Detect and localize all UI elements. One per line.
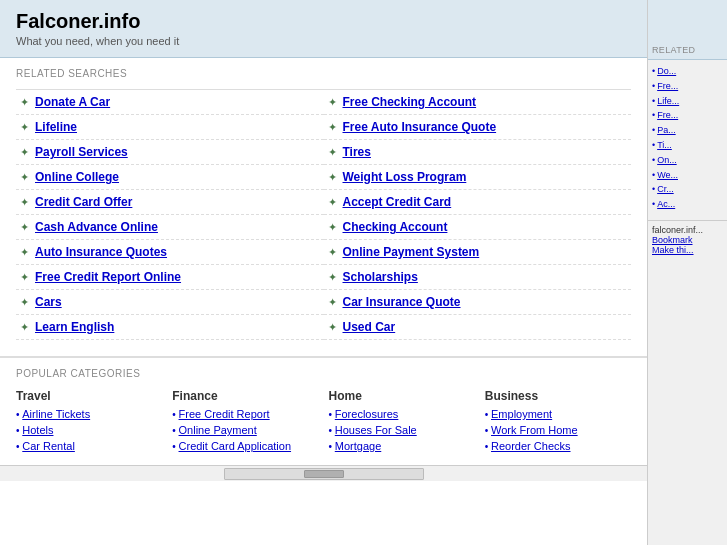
sidebar-link-3[interactable]: Fre...	[657, 110, 678, 121]
bullet-icon: •	[652, 66, 655, 76]
list-item: • Life...	[652, 96, 723, 107]
arrow-icon: ✦	[328, 196, 337, 209]
list-item: ✦ Lifeline	[16, 115, 324, 140]
sidebar-link-4[interactable]: Pa...	[657, 125, 676, 136]
list-item: ✦ Tires	[324, 140, 632, 165]
link-free-credit-report[interactable]: Free Credit Report Online	[35, 270, 181, 284]
list-item: ✦ Credit Card Offer	[16, 190, 324, 215]
arrow-icon: ✦	[328, 221, 337, 234]
sidebar-link-8[interactable]: Cr...	[657, 184, 674, 195]
list-item: Reorder Checks	[485, 439, 631, 453]
link-used-car[interactable]: Used Car	[343, 320, 396, 334]
bullet-icon: •	[652, 184, 655, 194]
bookmark-action[interactable]: Bookmark	[652, 235, 723, 245]
link-cars[interactable]: Cars	[35, 295, 62, 309]
arrow-icon: ✦	[328, 146, 337, 159]
link-lifeline[interactable]: Lifeline	[35, 120, 77, 134]
horizontal-scrollbar[interactable]	[0, 465, 647, 481]
list-item: Mortgage	[329, 439, 475, 453]
arrow-icon: ✦	[328, 171, 337, 184]
sidebar-link-0[interactable]: Do...	[657, 66, 676, 77]
link-scholarships[interactable]: Scholarships	[343, 270, 418, 284]
arrow-icon: ✦	[328, 246, 337, 259]
sidebar-link-5[interactable]: Ti...	[657, 140, 672, 151]
list-item: • Cr...	[652, 184, 723, 195]
bookmark-make[interactable]: Make thi...	[652, 245, 723, 255]
arrow-icon: ✦	[20, 96, 29, 109]
list-item: ✦ Free Credit Report Online	[16, 265, 324, 290]
link-credit-card-offer[interactable]: Credit Card Offer	[35, 195, 132, 209]
category-finance-title: Finance	[172, 389, 318, 403]
link-credit-card-app[interactable]: Credit Card Application	[179, 440, 292, 452]
list-item: Houses For Sale	[329, 423, 475, 437]
sidebar-link-6[interactable]: On...	[657, 155, 677, 166]
related-searches-label: RELATED SEARCHES	[16, 68, 631, 79]
link-work-from-home[interactable]: Work From Home	[491, 424, 578, 436]
link-cash-advance[interactable]: Cash Advance Online	[35, 220, 158, 234]
bullet-icon: •	[652, 96, 655, 106]
sidebar-link-9[interactable]: Ac...	[657, 199, 675, 210]
bookmark-site: falconer.inf...	[652, 225, 723, 235]
arrow-icon: ✦	[20, 321, 29, 334]
list-item: • Do...	[652, 66, 723, 77]
sidebar-header: RELATED	[648, 0, 727, 60]
link-hotels[interactable]: Hotels	[22, 424, 53, 436]
list-item: ✦ Free Auto Insurance Quote	[324, 115, 632, 140]
sidebar-link-7[interactable]: We...	[657, 170, 678, 181]
link-car-insurance-quote[interactable]: Car Insurance Quote	[343, 295, 461, 309]
links-grid: ✦ Donate A Car ✦ Free Checking Account ✦…	[16, 89, 631, 340]
link-airline-tickets[interactable]: Airline Tickets	[22, 408, 90, 420]
category-home: Home Foreclosures Houses For Sale Mortga…	[329, 389, 475, 455]
categories-grid: Travel Airline Tickets Hotels Car Rental…	[16, 389, 631, 455]
bullet-icon: •	[652, 199, 655, 209]
list-item: Car Rental	[16, 439, 162, 453]
list-item: • Fre...	[652, 81, 723, 92]
popular-categories-section: POPULAR CATEGORIES Travel Airline Ticket…	[0, 356, 647, 465]
link-free-auto[interactable]: Free Auto Insurance Quote	[343, 120, 497, 134]
link-reorder-checks[interactable]: Reorder Checks	[491, 440, 570, 452]
site-title: Falconer.info	[16, 10, 631, 33]
main-content[interactable]: Falconer.info What you need, when you ne…	[0, 0, 647, 545]
list-item: ✦ Payroll Services	[16, 140, 324, 165]
list-item: Free Credit Report	[172, 407, 318, 421]
link-tires[interactable]: Tires	[343, 145, 371, 159]
list-item: • Fre...	[652, 110, 723, 121]
link-auto-insurance[interactable]: Auto Insurance Quotes	[35, 245, 167, 259]
bullet-icon: •	[652, 155, 655, 165]
link-free-checking[interactable]: Free Checking Account	[343, 95, 477, 109]
link-accept-credit[interactable]: Accept Credit Card	[343, 195, 452, 209]
link-car-rental[interactable]: Car Rental	[22, 440, 75, 452]
link-mortgage[interactable]: Mortgage	[335, 440, 381, 452]
site-subtitle: What you need, when you need it	[16, 35, 631, 47]
link-learn-english[interactable]: Learn English	[35, 320, 114, 334]
arrow-icon: ✦	[20, 271, 29, 284]
list-item: ✦ Learn English	[16, 315, 324, 340]
category-finance-list: Free Credit Report Online Payment Credit…	[172, 407, 318, 453]
list-item: Airline Tickets	[16, 407, 162, 421]
arrow-icon: ✦	[328, 321, 337, 334]
link-free-credit-report-cat[interactable]: Free Credit Report	[179, 408, 270, 420]
scrollbar-track	[224, 468, 424, 480]
sidebar-link-1[interactable]: Fre...	[657, 81, 678, 92]
bullet-icon: •	[652, 81, 655, 91]
link-foreclosures[interactable]: Foreclosures	[335, 408, 399, 420]
arrow-icon: ✦	[328, 96, 337, 109]
bullet-icon: •	[652, 125, 655, 135]
link-online-college[interactable]: Online College	[35, 170, 119, 184]
arrow-icon: ✦	[20, 146, 29, 159]
link-online-payment-system[interactable]: Online Payment System	[343, 245, 480, 259]
list-item: Online Payment	[172, 423, 318, 437]
link-donate-a-car[interactable]: Donate A Car	[35, 95, 110, 109]
link-employment[interactable]: Employment	[491, 408, 552, 420]
link-houses-for-sale[interactable]: Houses For Sale	[335, 424, 417, 436]
list-item: • On...	[652, 155, 723, 166]
category-home-title: Home	[329, 389, 475, 403]
list-item: ✦ Donate A Car	[16, 90, 324, 115]
sidebar-link-2[interactable]: Life...	[657, 96, 679, 107]
bullet-icon: •	[652, 170, 655, 180]
link-payroll[interactable]: Payroll Services	[35, 145, 128, 159]
list-item: • Pa...	[652, 125, 723, 136]
link-online-payment-cat[interactable]: Online Payment	[179, 424, 257, 436]
link-checking-account[interactable]: Checking Account	[343, 220, 448, 234]
link-weight-loss[interactable]: Weight Loss Program	[343, 170, 467, 184]
